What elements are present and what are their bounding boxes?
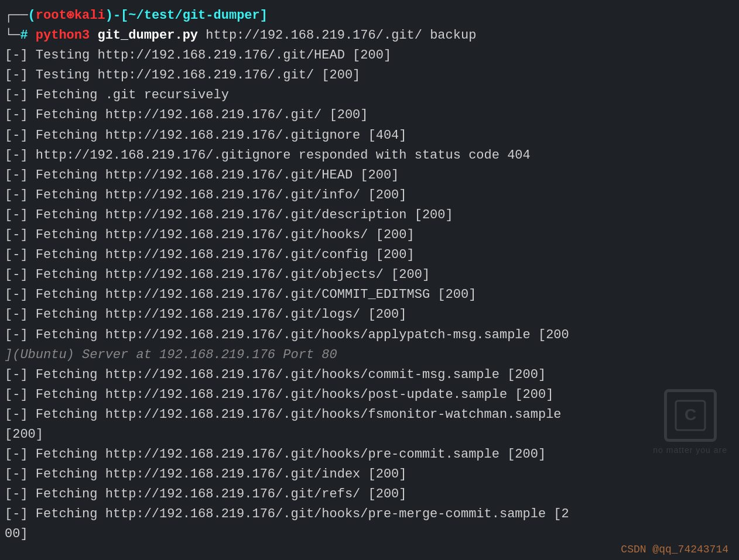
output-line-8: [-] Fetching http://192.168.219.176/.git… [5,185,734,205]
output-line-2: [-] Testing http://192.168.219.176/.git/… [5,66,734,85]
output-line-11: [-] Fetching http://192.168.219.176/.git… [5,245,734,265]
prompt-path: ~/test/git-dumper [128,6,259,26]
output-line-21: [-] Fetching http://192.168.219.176/.git… [5,445,734,465]
output-line-18: [-] Fetching http://192.168.219.176/.git… [5,385,734,405]
output-line-22: [-] Fetching http://192.168.219.176/.git… [5,465,734,485]
cmd-args: http://192.168.219.176/.git/ backup [198,26,476,46]
output-line-14: [-] Fetching http://192.168.219.176/.git… [5,305,734,325]
output-line-12: [-] Fetching http://192.168.219.176/.git… [5,265,734,285]
prompt-open-paren: ( [28,6,36,26]
watermark-icon: C [664,389,717,442]
output-line-17: [-] Fetching http://192.168.219.176/.git… [5,365,734,385]
output-line-4: [-] Fetching http://192.168.219.176/.git… [5,105,734,125]
prompt-line: ┌──(root⊛kali)-[~/test/git-dumper] [5,6,734,26]
watermark: C no matter you are [653,389,727,455]
prompt-skull-icon: ⊛ [67,6,74,26]
prompt-close-paren: ) [105,6,113,26]
output-line-19: [-] Fetching http://192.168.219.176/.git… [5,405,734,425]
watermark-svg: C [673,398,708,433]
csdn-label: CSDN @qq_74243714 [621,544,728,555]
output-line-15: [-] Fetching http://192.168.219.176/.git… [5,325,734,345]
output-line-23: [-] Fetching http://192.168.219.176/.git… [5,485,734,504]
cmd-hash: # [20,26,35,46]
output-line-9: [-] Fetching http://192.168.219.176/.git… [5,205,734,225]
output-line-6: [-] http://192.168.219.176/.gitignore re… [5,146,734,166]
cmd-script: git_dumper.py [97,26,198,46]
output-line-7: [-] Fetching http://192.168.219.176/.git… [5,166,734,185]
output-line-24: [-] Fetching http://192.168.219.176/.git… [5,504,734,524]
output-line-13: [-] Fetching http://192.168.219.176/.git… [5,285,734,305]
prompt-bracket-open: -[ [113,6,128,26]
prompt-kali: kali [74,6,105,26]
output-line-25: 00] [5,524,734,544]
output-line-20: [200] [5,425,734,445]
output-line-3: [-] Fetching .git recursively [5,85,734,105]
cmd-python: python3 [36,26,98,46]
cmd-prefix: └─ [5,26,20,46]
output-line-10: [-] Fetching http://192.168.219.176/.git… [5,225,734,245]
prompt-root: root [36,6,67,26]
prompt-dash: ┌── [5,6,28,26]
watermark-text-top: no matter you are [653,445,727,455]
output-line-5: [-] Fetching http://192.168.219.176/.git… [5,126,734,146]
output-line-16: ](Ubuntu) Server at 192.168.219.176 Port… [5,345,734,365]
terminal: ┌──(root⊛kali)-[~/test/git-dumper] └─# p… [0,0,739,560]
prompt-bracket-close: ] [260,6,268,26]
output-line-1: [-] Testing http://192.168.219.176/.git/… [5,46,734,66]
svg-text:C: C [685,406,696,424]
command-line: └─# python3 git_dumper.py http://192.168… [5,26,734,46]
